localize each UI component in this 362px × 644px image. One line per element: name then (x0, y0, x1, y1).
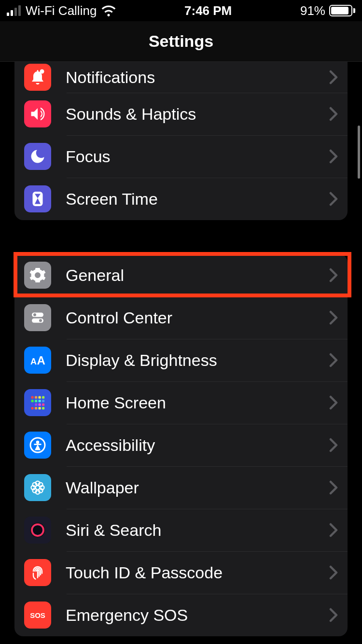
chevron-right-icon (329, 608, 338, 622)
chevron-right-icon (329, 310, 338, 325)
fingerprint-icon (24, 559, 51, 586)
settings-row-siri-search[interactable]: Siri & Search (14, 509, 348, 551)
hourglass-icon (24, 185, 51, 212)
status-bar-right: 91% (300, 3, 355, 18)
svg-rect-12 (31, 400, 34, 402)
switches-icon (24, 304, 51, 331)
svg-rect-9 (35, 396, 37, 399)
settings-row-wallpaper[interactable]: Wallpaper (14, 466, 348, 509)
row-label: Siri & Search (51, 521, 329, 540)
siri-icon (24, 517, 51, 544)
chevron-right-icon (329, 438, 338, 452)
svg-rect-14 (39, 400, 41, 402)
chevron-right-icon (329, 70, 338, 84)
settings-content[interactable]: Notifications Sounds & Haptics Focus Scr… (0, 62, 362, 636)
row-label: Home Screen (51, 393, 329, 412)
flower-icon (24, 474, 51, 501)
settings-row-notifications[interactable]: Notifications (14, 62, 348, 93)
battery-percent-text: 91% (300, 3, 325, 18)
row-label: General (51, 266, 329, 285)
settings-row-home-screen[interactable]: Home Screen (14, 381, 348, 424)
svg-rect-15 (42, 400, 44, 402)
svg-rect-10 (39, 396, 41, 399)
row-label: Notifications (51, 68, 329, 87)
svg-point-5 (39, 319, 42, 322)
gear-icon (24, 262, 51, 289)
wifi-icon (101, 5, 116, 16)
bell-icon (24, 64, 51, 91)
svg-rect-23 (42, 407, 44, 409)
chevron-right-icon (329, 523, 338, 537)
chevron-right-icon (329, 395, 338, 410)
svg-rect-19 (42, 404, 44, 406)
group-general: General Control Center AA Display & Brig… (14, 254, 348, 636)
settings-row-screen-time[interactable]: Screen Time (14, 178, 348, 220)
chevron-right-icon (329, 107, 338, 121)
chevron-right-icon (329, 268, 338, 282)
svg-rect-8 (31, 396, 34, 399)
nav-header: Settings (0, 21, 362, 62)
chevron-right-icon (329, 149, 338, 164)
settings-row-sounds-haptics[interactable]: Sounds & Haptics (14, 93, 348, 135)
svg-text:SOS: SOS (30, 611, 45, 619)
chevron-right-icon (329, 565, 338, 580)
row-label: Screen Time (51, 190, 329, 209)
svg-point-0 (40, 70, 44, 74)
svg-rect-17 (35, 404, 37, 406)
group-notifications: Notifications Sounds & Haptics Focus Scr… (14, 62, 348, 220)
aa-icon: AA (24, 347, 51, 374)
row-label: Touch ID & Passcode (51, 563, 329, 582)
row-label: Sounds & Haptics (51, 105, 329, 124)
cellular-signal-icon (7, 5, 21, 16)
moon-icon (24, 143, 51, 170)
svg-text:A: A (37, 354, 45, 367)
svg-rect-13 (35, 400, 37, 402)
settings-row-display-brightness[interactable]: AA Display & Brightness (14, 339, 348, 381)
svg-point-25 (36, 441, 40, 444)
chevron-right-icon (329, 480, 338, 495)
settings-row-emergency-sos[interactable]: SOS Emergency SOS (14, 594, 348, 636)
settings-row-accessibility[interactable]: Accessibility (14, 424, 348, 466)
svg-point-3 (33, 313, 36, 316)
row-label: Wallpaper (51, 478, 329, 497)
row-label: Focus (51, 147, 329, 166)
scroll-indicator (358, 126, 360, 179)
row-label: Emergency SOS (51, 606, 329, 625)
chevron-right-icon (329, 353, 338, 367)
settings-row-control-center[interactable]: Control Center (14, 296, 348, 339)
speaker-icon (24, 100, 51, 127)
carrier-text: Wi-Fi Calling (26, 3, 97, 18)
status-bar: Wi-Fi Calling 7:46 PM 91% (0, 0, 362, 21)
svg-rect-16 (31, 404, 34, 406)
battery-icon (329, 5, 355, 16)
sos-icon: SOS (24, 602, 51, 629)
person-circle-icon (24, 432, 51, 459)
row-label: Control Center (51, 308, 329, 327)
settings-row-focus[interactable]: Focus (14, 135, 348, 178)
row-label: Accessibility (51, 436, 329, 455)
svg-rect-22 (39, 407, 41, 409)
status-bar-time: 7:46 PM (184, 3, 232, 18)
chevron-right-icon (329, 192, 338, 206)
page-title: Settings (149, 32, 213, 51)
status-bar-left: Wi-Fi Calling (7, 3, 116, 18)
svg-text:A: A (30, 357, 37, 366)
svg-rect-18 (39, 404, 41, 406)
svg-rect-20 (31, 407, 34, 409)
row-label: Display & Brightness (51, 351, 329, 370)
settings-row-touch-id-passcode[interactable]: Touch ID & Passcode (14, 551, 348, 594)
settings-row-general[interactable]: General (14, 254, 348, 296)
svg-rect-21 (35, 407, 37, 409)
svg-rect-11 (42, 396, 44, 399)
grid-icon (24, 389, 51, 416)
